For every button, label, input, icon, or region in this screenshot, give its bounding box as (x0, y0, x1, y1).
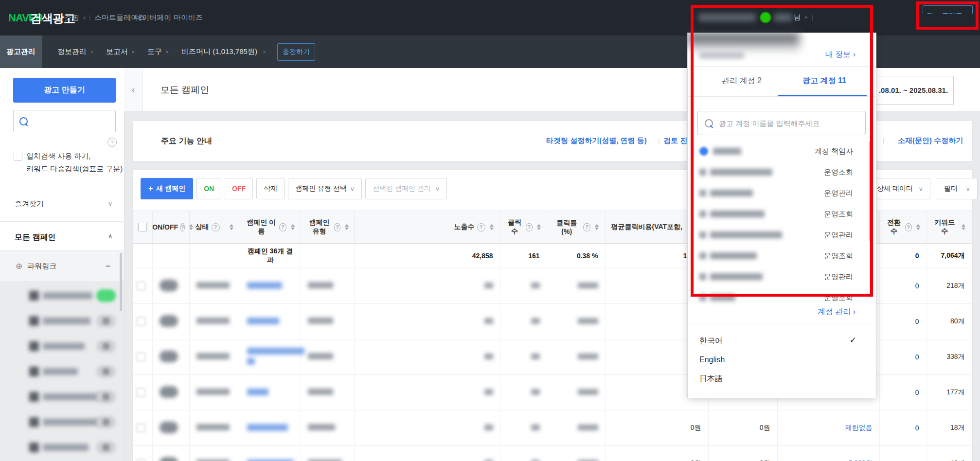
header-status[interactable]: 상태? (189, 211, 240, 244)
tab-managed-accounts[interactable]: 관리 계정 2 (722, 76, 762, 86)
row-budget-link[interactable]: 제한없음 (777, 410, 879, 446)
blurred-campaign-name[interactable] (247, 348, 304, 355)
campaign-list-item[interactable] (0, 409, 124, 435)
match-search-checkbox[interactable] (14, 152, 22, 160)
account-list-item[interactable]: 운영조회 (688, 287, 868, 308)
new-campaign-button[interactable]: +새 캠페인 (141, 178, 193, 199)
account-manage-link[interactable]: 계정 관리 › (818, 307, 855, 317)
help-icon[interactable]: ? (334, 223, 340, 231)
tab-info-manage[interactable]: 정보관리 (57, 47, 87, 56)
campaign-list-item[interactable] (0, 283, 124, 308)
campaign-list-item[interactable] (0, 308, 124, 334)
sidebar-search-box[interactable] (13, 110, 116, 132)
chevron-down-icon[interactable]: ∨ (108, 200, 113, 207)
sidebar-collapse-button[interactable]: ‹ (124, 68, 143, 111)
language-english[interactable]: English (699, 355, 725, 364)
sort-icon[interactable] (490, 224, 494, 230)
header-impressions[interactable]: 노출수? (354, 211, 500, 244)
blurred-campaign-name[interactable] (247, 424, 288, 431)
my-info-link[interactable]: 내 정보 › (825, 50, 855, 60)
header-onoff[interactable]: ON/OFF? (152, 211, 189, 244)
sort-icon[interactable] (345, 224, 348, 230)
tab-ad-manage[interactable]: 광고관리 (0, 35, 42, 68)
row-checkbox[interactable] (137, 424, 145, 432)
sort-icon[interactable] (595, 224, 599, 230)
table-row[interactable]: 0원 0원 5,000원 0 43개 (133, 446, 972, 461)
account-list-item[interactable]: 운영조회 (688, 162, 868, 183)
charge-button[interactable]: 충전하기 (277, 43, 315, 61)
campaign-toggle-off[interactable] (96, 365, 116, 378)
help-icon[interactable]: ? (583, 223, 591, 231)
sort-icon[interactable] (962, 224, 965, 230)
header-keywords[interactable]: 키워드수 (926, 211, 972, 244)
table-row[interactable]: 0원 0원 제한없음 0 18개 (133, 410, 972, 446)
row-checkbox[interactable] (137, 317, 145, 326)
tab-bizmoney[interactable]: 비즈머니 (1,013,785원) (181, 47, 257, 56)
help-icon[interactable]: ? (526, 223, 533, 231)
row-checkbox[interactable] (137, 459, 145, 461)
sidebar-scrollbar[interactable] (120, 253, 122, 311)
sort-icon[interactable] (537, 224, 541, 230)
campaign-list-item[interactable] (0, 334, 124, 359)
campaign-list-item[interactable] (0, 359, 124, 384)
help-icon[interactable]: ? (180, 223, 185, 231)
help-icon[interactable]: ? (477, 223, 485, 231)
account-search-input[interactable] (718, 119, 851, 128)
link-edit-creative[interactable]: 소재(문안) 수정하기 (898, 136, 963, 145)
sort-icon[interactable] (916, 224, 920, 230)
panel-scrollbar[interactable] (869, 141, 871, 298)
campaign-toggle-off[interactable] (96, 416, 116, 428)
sort-icon[interactable] (230, 224, 234, 230)
campaign-toggle-off[interactable] (96, 315, 116, 327)
campaign-toggle-off[interactable] (96, 340, 116, 353)
row-toggle[interactable] (160, 280, 178, 291)
account-list-item[interactable]: 운영조회 (688, 246, 868, 266)
detail-data-button[interactable]: 상세 데이터∨ (870, 178, 930, 199)
sidebar-item-all-campaigns[interactable]: 모든 캠페인 (15, 232, 55, 243)
nav-shopping[interactable]: 쇼핑 (65, 13, 79, 22)
blurred-campaign-name[interactable] (247, 460, 294, 461)
selected-campaign-manage[interactable]: 선택한 캠페인 관리∨ (365, 178, 447, 199)
account-search-box[interactable] (697, 111, 866, 135)
row-toggle[interactable] (160, 386, 178, 398)
collapse-minus-icon[interactable]: − (105, 261, 110, 271)
chevron-up-icon[interactable]: ∧ (108, 232, 113, 240)
on-button[interactable]: ON (196, 178, 221, 199)
sort-icon[interactable] (291, 224, 295, 230)
help-icon[interactable]: ? (212, 223, 220, 231)
campaign-list-item[interactable] (0, 384, 124, 409)
account-list-item[interactable]: 운영조회 (688, 204, 868, 225)
select-all-checkbox[interactable] (138, 223, 147, 231)
account-list-item[interactable]: 운영관리 (688, 266, 868, 287)
link-targeting[interactable]: 타겟팅 설정하기(성별, 연령 등) (546, 136, 647, 145)
tab-tools[interactable]: 도구 (147, 47, 162, 56)
filter-button[interactable]: 필터∨ (937, 178, 978, 199)
account-list-item[interactable]: 운영관리 (688, 225, 868, 246)
tab-ad-accounts[interactable]: 광고 계정 11 (802, 76, 846, 86)
help-icon[interactable]: ? (279, 223, 286, 231)
link-review-truncated[interactable]: 검토 진 (663, 136, 687, 145)
row-checkbox[interactable] (137, 353, 145, 361)
help-icon[interactable]: ? (905, 223, 912, 231)
delete-button[interactable]: 삭제 (256, 178, 285, 199)
row-checkbox[interactable] (137, 388, 145, 397)
campaign-toggle-on[interactable] (96, 289, 116, 302)
row-toggle[interactable] (160, 351, 178, 362)
row-toggle[interactable] (160, 457, 178, 461)
language-japanese[interactable]: 日本語 (699, 374, 723, 384)
nav-mybiz[interactable]: 마이비즈 (174, 13, 203, 22)
account-list-item[interactable]: 계정 책임자 (688, 141, 868, 162)
campaign-toggle-off[interactable] (96, 441, 116, 454)
blurred-campaign-name[interactable] (247, 389, 268, 395)
language-korean[interactable]: 한국어 (699, 336, 723, 346)
header-type[interactable]: 캠페인 유형? (301, 211, 354, 244)
campaign-list-item[interactable] (0, 435, 124, 460)
row-toggle[interactable] (160, 422, 178, 433)
header-name[interactable]: 캠페인 이름? (240, 211, 301, 244)
nav-naverpay[interactable]: 네이버페이 (135, 13, 171, 22)
blurred-campaign-name[interactable] (247, 282, 282, 289)
header-clicks[interactable]: 클릭수? (500, 211, 547, 244)
sidebar-item-favorites[interactable]: 즐겨찾기 (15, 199, 44, 209)
date-range-control[interactable]: .08.01. ~ 2025.08.31. (873, 76, 954, 105)
sidebar-group-powerlink[interactable]: ⊕ 파워링크 − (0, 250, 124, 282)
